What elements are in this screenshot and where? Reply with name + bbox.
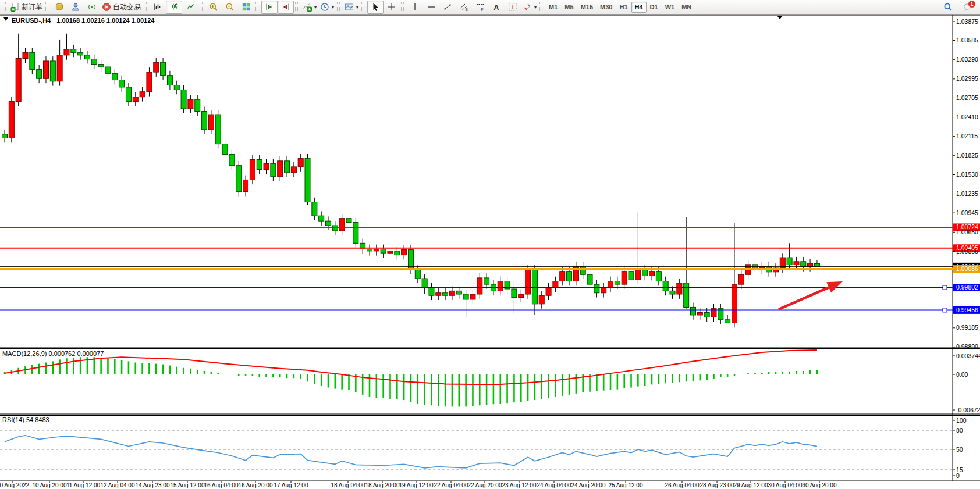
toolbar-group-handle[interactable] [539, 2, 542, 12]
horizontal-lines-layer[interactable] [0, 227, 953, 312]
price-tick-label: 1.00945 [956, 209, 978, 216]
price-tick-label: 1.01825 [956, 152, 978, 159]
line-drag-handle[interactable] [943, 285, 947, 290]
chart-shift-button[interactable] [278, 1, 294, 14]
auto-trading-button[interactable]: 自动交易 [100, 1, 143, 14]
search-button[interactable] [940, 1, 956, 14]
trend-arrow-annotation[interactable] [779, 281, 843, 309]
toolbar-group-handle[interactable] [200, 2, 203, 12]
period-button[interactable]: ▾ [318, 1, 336, 14]
vline-icon [410, 2, 420, 12]
toolbar-group-handle[interactable] [255, 2, 258, 12]
community-button[interactable] [68, 1, 84, 14]
candlestick-mode-button[interactable] [166, 1, 182, 14]
timeframe-h1-button[interactable]: H1 [616, 2, 631, 13]
time-tick-label: 15 Aug 12:00 [171, 482, 205, 488]
history-button[interactable] [51, 1, 68, 14]
price-tick-label: 1.01235 [956, 190, 978, 197]
time-tick-label: 16 Aug 04:00 [204, 482, 239, 488]
line-drag-handle[interactable] [943, 308, 947, 312]
time-tick-label: 18 Aug 04:00 [331, 482, 365, 488]
toolbar-group-handle[interactable] [45, 2, 48, 12]
time-tick-label: 23 Aug 12:00 [502, 482, 537, 488]
time-tick-label: 22 Aug 20:00 [468, 482, 502, 488]
svg-text:EURUSD-,H41.00168 1.00216 1.00: EURUSD-,H41.00168 1.00216 1.00124 1.0012… [12, 17, 155, 24]
chevron-down-icon[interactable]: ▾ [534, 5, 537, 10]
vertical-line-tool-button[interactable] [407, 1, 423, 14]
channel-icon: E [459, 2, 468, 12]
arrows-tool-button[interactable]: ▾ [521, 1, 538, 14]
shiftchart-icon [281, 2, 290, 12]
search-icon [943, 2, 953, 12]
equidistant-channel-tool-button[interactable]: E [456, 1, 472, 14]
timeframe-d1-button[interactable]: D1 [647, 2, 662, 13]
time-tick-label: 25 Aug 12:00 [609, 482, 643, 488]
price-tick-label: 1.02410 [956, 113, 978, 120]
clock-icon [320, 2, 329, 12]
timeframe-m30-button[interactable]: M30 [596, 2, 616, 13]
time-tick-label: 26 Aug 04:00 [665, 482, 700, 488]
timeframe-w1-button[interactable]: W1 [662, 2, 679, 13]
macd-indicator-label: MACD(12,26,9) 0.000762 0.000077 [2, 350, 104, 357]
price-tick-label: 1.02995 [956, 75, 978, 82]
price-tick-label: 1.03875 [956, 18, 978, 25]
objects-collapse-triangle-icon[interactable] [3, 17, 8, 21]
time-tick-label: 11 Aug 12:00 [66, 482, 101, 488]
indicator-plus-icon [303, 2, 312, 12]
horizontal-line-tool-button[interactable] [423, 1, 439, 14]
toolbar-group-handle[interactable] [144, 2, 147, 12]
price-tick-label: 1.01530 [956, 171, 978, 178]
toolbar-group-handle[interactable] [3, 2, 6, 12]
toolbar-group-handle[interactable] [401, 2, 404, 12]
text-tool-button[interactable]: A [488, 1, 505, 14]
person-icon [71, 2, 80, 12]
timeframe-m1-button[interactable]: M1 [545, 2, 561, 13]
tile-windows-button[interactable] [238, 1, 254, 14]
trendline-tool-button[interactable] [439, 1, 456, 14]
time-tick-label: 24 Aug 20:00 [571, 482, 606, 488]
fibo-icon: F [475, 2, 485, 12]
fibonacci-tool-button[interactable]: F [472, 1, 488, 14]
symbol-title: EURUSD-,H41.00168 1.00216 1.00124 1.0012… [3, 17, 155, 24]
bar-chart-mode-button[interactable] [150, 1, 166, 14]
main-toolbar: 新订单自动交易▾▾▾EFAT▾M1M5M15M30H1H4D1W1MN1 [0, 0, 980, 15]
timeframe-m5-button[interactable]: M5 [561, 2, 577, 13]
price-axis: 1.007241.004051.001241.000860.998020.994… [953, 18, 980, 351]
price-tick-label: 1.03290 [956, 56, 978, 63]
cursor-tool-button[interactable] [367, 1, 384, 14]
chevron-down-icon[interactable]: ▾ [314, 5, 317, 10]
time-axis: 10 Aug 202210 Aug 20:0011 Aug 12:0012 Au… [0, 481, 837, 488]
chevron-down-icon[interactable]: ▾ [356, 5, 358, 10]
signals-button[interactable] [84, 1, 100, 14]
new-order-button[interactable]: 新订单 [9, 1, 44, 14]
zoom-in-button[interactable] [205, 1, 222, 14]
hline-icon [427, 2, 436, 12]
rsi-axis-label: 80 [956, 427, 963, 434]
toolbar-group-handle[interactable] [295, 2, 298, 12]
chart-shift-marker[interactable] [777, 16, 783, 19]
chart-area[interactable]: MACD(12,26,9) 0.000762 0.0000770.0037440… [0, 0, 980, 489]
timeframe-mn-button[interactable]: MN [678, 2, 695, 13]
zoom-out-button[interactable] [222, 1, 238, 14]
auto-scroll-button[interactable] [261, 1, 278, 14]
rsi-line [5, 436, 817, 468]
candles-layer [2, 34, 820, 327]
crosshair-tool-button[interactable] [384, 1, 400, 14]
price-tick-label: 1.00355 [956, 248, 978, 255]
time-tick-label: 17 Aug 12:00 [274, 482, 308, 488]
timeframe-h4-button[interactable]: H4 [631, 2, 647, 13]
trendline-icon [443, 2, 452, 12]
auto-trading-button-label: 自动交易 [113, 3, 141, 10]
add-indicator-button[interactable]: ▾ [301, 1, 318, 14]
line-chart-mode-button[interactable] [182, 1, 198, 14]
chart-template-button[interactable]: ▾ [343, 1, 360, 14]
timeframe-m15-button[interactable]: M15 [577, 2, 596, 13]
time-tick-label: 30 Aug 20:00 [803, 482, 837, 488]
chevron-down-icon[interactable]: ▾ [332, 5, 334, 10]
time-tick-label: 16 Aug 20:00 [239, 482, 273, 488]
notifications-button[interactable]: 1 [960, 1, 976, 14]
toolbar-group-handle[interactable] [337, 2, 340, 12]
text-label-tool-button[interactable]: T [505, 1, 521, 14]
toolbar-group-handle[interactable] [361, 2, 364, 12]
robot-icon [102, 2, 111, 12]
